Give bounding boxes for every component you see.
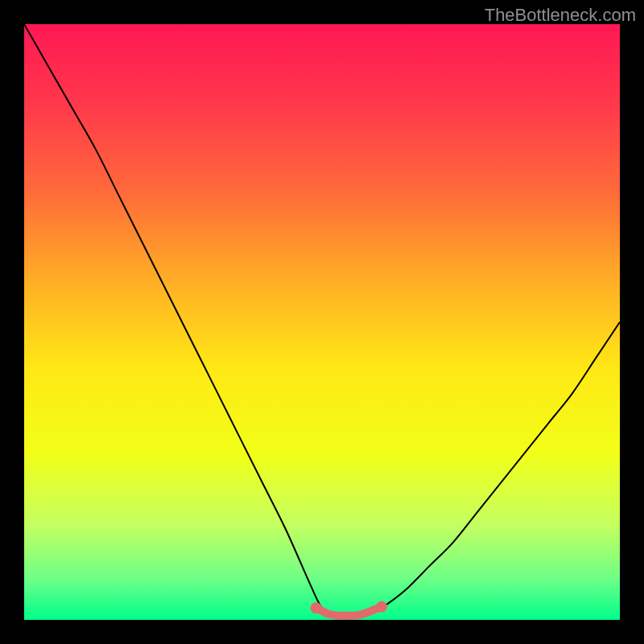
chart-container: [24, 24, 620, 620]
marker-point: [311, 602, 322, 613]
marker-point: [376, 601, 387, 613]
watermark-text: TheBottleneck.com: [485, 5, 636, 26]
chart-svg: [24, 24, 620, 620]
chart-background: [24, 24, 620, 620]
